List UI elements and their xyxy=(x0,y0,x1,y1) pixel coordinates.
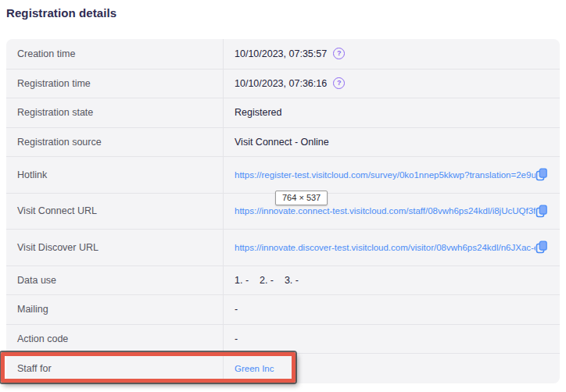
row-label: Visit Discover URL xyxy=(6,230,224,265)
row-label: Registration state xyxy=(6,98,224,127)
row-value-cell: Visit Connect - Online xyxy=(224,128,560,157)
image-size-tooltip: 764 × 537 xyxy=(275,191,328,205)
help-icon[interactable]: ? xyxy=(333,77,345,89)
row-label: Data use xyxy=(6,266,224,295)
help-icon[interactable]: ? xyxy=(333,48,345,59)
table-row-data-use: Data use1. - 2. - 3. - xyxy=(6,265,560,295)
staff-for-link[interactable]: Green Inc xyxy=(235,364,274,373)
row-label: Creation time xyxy=(6,39,224,69)
table-row-mailing: Mailing- xyxy=(6,294,560,324)
row-value-cell: 10/10/2023, 07:36:16? xyxy=(224,69,560,98)
row-label: Mailing xyxy=(6,295,224,324)
row-value-cell: Registered xyxy=(224,98,560,127)
page-title: Registration details xyxy=(6,6,116,20)
row-label: Registration source xyxy=(6,128,224,157)
table-row-visit-discover-url: Visit Discover URLhttps://innovate.disco… xyxy=(6,229,560,265)
table-row-staff-for: Staff forGreen Inc xyxy=(6,353,560,383)
value-text: - xyxy=(235,333,238,344)
row-label: Registration time xyxy=(6,69,224,98)
copy-icon[interactable] xyxy=(536,241,548,254)
row-value-cell: https://innovate.discover-test.visitclou… xyxy=(224,230,560,265)
row-value-cell: - xyxy=(224,295,560,324)
value-text: Visit Connect - Online xyxy=(235,137,329,148)
row-value-cell: Green Inc xyxy=(224,354,560,383)
row-value-cell: https://register-test.visitcloud.com/sur… xyxy=(224,157,560,193)
table-row-registration-state: Registration stateRegistered xyxy=(6,98,560,127)
row-value-cell: 10/10/2023, 07:35:57? xyxy=(224,39,560,69)
value-text: 1. - 2. - 3. - xyxy=(235,275,299,286)
copy-icon[interactable] xyxy=(536,205,548,218)
value-text: Registered xyxy=(235,107,281,118)
row-label: Hotlink xyxy=(6,157,224,193)
row-value-cell: - xyxy=(224,325,560,354)
value-text: 10/10/2023, 07:36:16 xyxy=(235,78,327,89)
visit-discover-url-link[interactable]: https://innovate.discover-test.visitclou… xyxy=(235,243,536,252)
row-label: Action code xyxy=(6,325,224,354)
row-label: Staff for xyxy=(6,354,224,383)
visit-connect-url-link[interactable]: https://innovate.connect-test.visitcloud… xyxy=(235,206,536,216)
hotlink-link[interactable]: https://register-test.visitcloud.com/sur… xyxy=(235,170,536,180)
copy-icon[interactable] xyxy=(536,168,548,181)
row-label: Visit Connect URL xyxy=(6,194,224,230)
value-text: - xyxy=(235,304,238,315)
row-value-cell: 1. - 2. - 3. - xyxy=(224,266,560,295)
table-row-hotlink: Hotlinkhttps://register-test.visitcloud.… xyxy=(6,156,560,193)
row-value-cell: https://innovate.connect-test.visitcloud… xyxy=(224,194,560,230)
table-row-registration-time: Registration time10/10/2023, 07:36:16? xyxy=(6,69,560,98)
value-text: 10/10/2023, 07:35:57 xyxy=(235,48,327,59)
registration-details-table: Creation time10/10/2023, 07:35:57?Regist… xyxy=(6,39,560,383)
table-row-creation-time: Creation time10/10/2023, 07:35:57? xyxy=(6,39,560,69)
table-row-action-code: Action code- xyxy=(6,324,560,354)
table-row-registration-source: Registration sourceVisit Connect - Onlin… xyxy=(6,127,560,157)
